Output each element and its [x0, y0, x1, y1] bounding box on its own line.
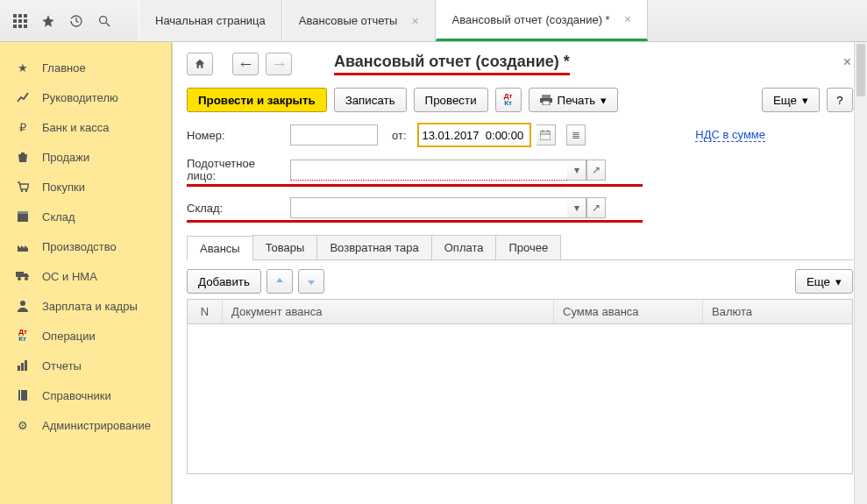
- move-up-button[interactable]: [266, 269, 293, 294]
- sidebar-item-label: Покупки: [42, 181, 85, 194]
- svg-rect-27: [540, 131, 551, 140]
- box-icon: [16, 209, 30, 224]
- search-icon[interactable]: [96, 13, 112, 29]
- history-icon[interactable]: [68, 13, 84, 29]
- vat-mode-link[interactable]: НДС в сумме: [695, 128, 765, 142]
- grid-more-button[interactable]: Еще▾: [795, 269, 853, 294]
- sidebar-item-label: Зарплата и кадры: [42, 300, 138, 313]
- star-icon[interactable]: [40, 13, 56, 29]
- open-icon[interactable]: ↗: [586, 197, 606, 218]
- sidebar-item-reports[interactable]: Отчеты: [0, 351, 171, 380]
- sidebar-item-bank[interactable]: ₽Банк и касса: [0, 112, 171, 142]
- sidebar-item-label: Продажи: [42, 151, 89, 164]
- grid-toolbar: Добавить Еще▾: [187, 269, 853, 294]
- sidebar-item-warehouse[interactable]: Склад: [0, 202, 171, 231]
- col-currency[interactable]: Валюта: [703, 300, 852, 323]
- sidebar-item-assets[interactable]: ОС и НМА: [0, 261, 171, 291]
- top-toolbar: Начальная страница Авансовые отчеты× Ава…: [0, 0, 867, 42]
- sidebar-item-admin[interactable]: ⚙Администрирование: [0, 410, 171, 440]
- more-label: Еще: [807, 275, 830, 288]
- person-ref-input: ▾ ↗: [290, 160, 606, 181]
- vertical-scrollbar[interactable]: [854, 42, 867, 504]
- person-icon: [16, 299, 30, 313]
- subtab-other[interactable]: Прочее: [495, 235, 561, 259]
- scroll-thumb[interactable]: [856, 44, 865, 96]
- calendar-icon[interactable]: [537, 124, 556, 146]
- number-label: Номер:: [187, 129, 285, 142]
- tab-advance-report-new[interactable]: Авансовый отчет (создание) *×: [436, 0, 648, 41]
- tab-advance-reports[interactable]: Авансовые отчеты×: [282, 0, 436, 41]
- detail-tabs: Авансы Товары Возвратная тара Оплата Про…: [187, 235, 853, 260]
- sidebar-item-label: ОС и НМА: [42, 270, 97, 283]
- svg-rect-1: [18, 14, 22, 18]
- row-number-date: Номер: от: ≣ НДС в сумме: [187, 123, 853, 147]
- col-document[interactable]: Документ аванса: [223, 300, 554, 323]
- back-button[interactable]: 🡐: [232, 53, 259, 75]
- close-icon[interactable]: ×: [411, 14, 418, 28]
- sidebar-item-label: Администрирование: [42, 419, 151, 432]
- svg-rect-21: [25, 360, 27, 371]
- sidebar-item-directories[interactable]: Справочники: [0, 380, 171, 410]
- more-button[interactable]: Еще▾: [762, 88, 820, 112]
- svg-rect-20: [21, 363, 24, 371]
- sidebar-item-hr[interactable]: Зарплата и кадры: [0, 291, 171, 321]
- move-down-button[interactable]: [298, 269, 324, 294]
- print-button[interactable]: Печать▾: [529, 88, 619, 112]
- grid-header: N Документ аванса Сумма аванса Валюта: [188, 300, 852, 324]
- sidebar-item-purchases[interactable]: Покупки: [0, 172, 171, 202]
- svg-rect-5: [24, 19, 27, 23]
- warehouse-label: Склад:: [187, 202, 285, 215]
- svg-point-16: [18, 277, 21, 280]
- svg-rect-0: [13, 14, 17, 18]
- subtab-returnable[interactable]: Возвратная тара: [316, 235, 431, 259]
- sidebar-item-label: Справочники: [42, 389, 111, 402]
- highlight-line: [187, 184, 643, 187]
- subtab-advances[interactable]: Авансы: [187, 236, 253, 260]
- list-icon[interactable]: ≣: [566, 124, 586, 146]
- factory-icon: [16, 239, 30, 253]
- star-icon: ★: [16, 60, 30, 75]
- number-input[interactable]: [290, 124, 378, 146]
- warehouse-input[interactable]: [290, 197, 567, 218]
- gear-icon: ⚙: [16, 418, 30, 432]
- sidebar-item-label: Операции: [42, 330, 96, 343]
- navigation-sidebar: ★Главное Руководителю ₽Банк и касса Прод…: [0, 42, 172, 504]
- chevron-down-icon: ▾: [835, 275, 842, 288]
- tab-home[interactable]: Начальная страница: [139, 0, 282, 41]
- svg-rect-13: [18, 214, 28, 222]
- close-icon[interactable]: ×: [843, 54, 851, 70]
- close-icon[interactable]: ×: [624, 12, 631, 26]
- post-and-close-button[interactable]: Провести и закрыть: [187, 88, 327, 112]
- svg-point-9: [100, 16, 107, 23]
- dropdown-icon[interactable]: ▾: [567, 160, 586, 181]
- dropdown-icon[interactable]: ▾: [567, 197, 586, 218]
- apps-icon[interactable]: [12, 13, 28, 29]
- more-label: Еще: [773, 94, 797, 107]
- sidebar-item-production[interactable]: Производство: [0, 231, 171, 261]
- sidebar-item-operations[interactable]: ДтКтОперации: [0, 321, 171, 351]
- add-row-button[interactable]: Добавить: [187, 269, 261, 294]
- date-input[interactable]: [419, 124, 529, 146]
- subtab-goods[interactable]: Товары: [252, 235, 318, 259]
- help-button[interactable]: ?: [827, 88, 853, 112]
- save-button[interactable]: Записать: [334, 88, 407, 112]
- person-input[interactable]: [290, 160, 567, 181]
- col-n[interactable]: N: [188, 300, 223, 323]
- advances-grid[interactable]: N Документ аванса Сумма аванса Валюта: [187, 299, 853, 474]
- forward-button[interactable]: 🡒: [266, 53, 292, 75]
- post-button[interactable]: Провести: [414, 88, 488, 112]
- sidebar-item-manager[interactable]: Руководителю: [0, 82, 171, 112]
- sidebar-item-sales[interactable]: Продажи: [0, 142, 171, 172]
- home-button[interactable]: [187, 53, 213, 75]
- col-sum[interactable]: Сумма аванса: [554, 300, 703, 323]
- svg-point-12: [25, 190, 27, 192]
- document-toolbar: Провести и закрыть Записать Провести ДтК…: [187, 88, 853, 112]
- svg-point-11: [21, 190, 23, 192]
- svg-rect-4: [18, 19, 22, 23]
- sidebar-item-label: Главное: [42, 61, 86, 75]
- sidebar-item-main[interactable]: ★Главное: [0, 53, 171, 82]
- register-button[interactable]: ДтКт: [495, 88, 522, 112]
- svg-line-10: [106, 23, 110, 26]
- open-icon[interactable]: ↗: [586, 160, 606, 181]
- subtab-payment[interactable]: Оплата: [431, 235, 497, 259]
